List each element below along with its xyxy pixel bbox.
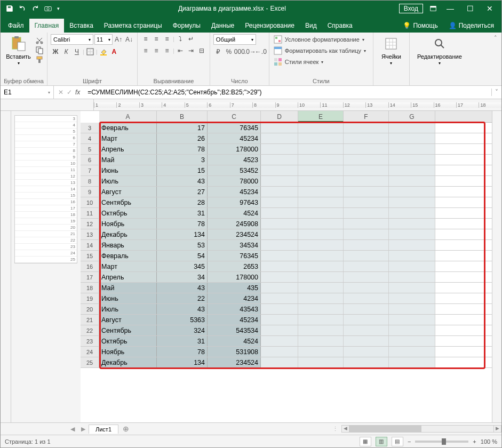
bold-button[interactable]: Ж — [51, 47, 60, 57]
cell[interactable] — [389, 347, 435, 357]
cell[interactable]: Апрель — [99, 272, 157, 282]
cell[interactable]: 4524 — [208, 208, 261, 218]
cell[interactable] — [298, 208, 344, 218]
cells-button[interactable]: Ячейки▾ — [377, 34, 406, 66]
cell[interactable] — [344, 304, 389, 314]
cell[interactable]: Сентябрь — [99, 325, 157, 335]
cell[interactable]: Июль — [99, 304, 157, 314]
fill-color-icon[interactable] — [99, 47, 108, 57]
cell[interactable]: 4234 — [208, 293, 261, 303]
merge-cells-icon[interactable]: ⊟ — [197, 46, 206, 55]
cell[interactable] — [298, 357, 344, 367]
cell[interactable]: 76345 — [208, 251, 261, 261]
cell[interactable] — [344, 165, 389, 175]
increase-decimal-icon[interactable]: .0→ — [245, 47, 255, 57]
cell[interactable]: Март — [99, 261, 157, 271]
cell[interactable] — [389, 357, 435, 367]
cell[interactable]: 78 — [157, 347, 208, 357]
tab-file[interactable]: Файл — [3, 19, 29, 33]
cell[interactable] — [298, 304, 344, 314]
col-header-B[interactable]: B — [157, 111, 208, 122]
cell[interactable]: 78 — [157, 144, 208, 154]
tab-review[interactable]: Рецензирование — [240, 19, 300, 33]
cell[interactable]: 28 — [157, 197, 208, 207]
cell[interactable]: Октябрь — [99, 208, 157, 218]
cell[interactable]: 3 — [157, 155, 208, 165]
row-header[interactable]: 21 — [81, 315, 99, 325]
wrap-text-icon[interactable]: ↵ — [186, 34, 196, 44]
cell[interactable] — [298, 144, 344, 154]
cell[interactable]: 45234 — [208, 315, 261, 325]
cell[interactable]: Декабрь — [99, 357, 157, 367]
cell[interactable]: Февраль — [99, 123, 157, 133]
orientation-icon[interactable]: ⤵ — [176, 34, 185, 44]
qat-customize-icon[interactable]: ▾ — [57, 6, 60, 11]
cell[interactable] — [298, 261, 344, 271]
share-button[interactable]: 👤Поделиться — [443, 19, 499, 33]
enter-formula-icon[interactable]: ✓ — [67, 89, 72, 96]
sheet-nav-next-icon[interactable]: ▶ — [78, 426, 89, 433]
row-header[interactable]: 24 — [81, 347, 99, 357]
cell[interactable] — [344, 283, 389, 293]
cell[interactable]: Ноябрь — [99, 219, 157, 229]
cell[interactable] — [344, 133, 389, 143]
cell[interactable] — [389, 240, 435, 250]
zoom-in-icon[interactable]: + — [473, 438, 476, 445]
cell[interactable] — [298, 272, 344, 282]
editing-button[interactable]: Редактирование▾ — [413, 34, 466, 66]
cell[interactable]: 4523 — [208, 155, 261, 165]
row-header[interactable]: 17 — [81, 272, 99, 282]
cell[interactable] — [389, 197, 435, 207]
ribbon-display-icon[interactable] — [429, 5, 437, 12]
tellme-button[interactable]: 💡Помощь — [397, 19, 443, 33]
cell[interactable] — [298, 315, 344, 325]
cell[interactable]: 134 — [157, 229, 208, 239]
tab-help[interactable]: Справка — [322, 19, 358, 33]
cell[interactable] — [298, 155, 344, 165]
cell[interactable] — [389, 325, 435, 335]
cell[interactable] — [261, 219, 298, 229]
collapse-ribbon-icon[interactable]: ˄ — [490, 33, 501, 85]
row-header[interactable]: 9 — [81, 187, 99, 197]
scroll-left-icon[interactable]: ◀ — [342, 426, 349, 432]
cell[interactable]: 245908 — [208, 219, 261, 229]
cell[interactable] — [344, 123, 389, 133]
cell[interactable] — [261, 187, 298, 197]
italic-button[interactable]: К — [61, 47, 71, 57]
cell[interactable] — [261, 283, 298, 293]
format-painter-icon[interactable] — [35, 55, 44, 64]
cell[interactable]: Январь — [99, 240, 157, 250]
cell[interactable] — [389, 336, 435, 346]
undo-icon[interactable] — [19, 5, 26, 12]
cell[interactable] — [261, 176, 298, 186]
maximize-icon[interactable]: ☐ — [464, 4, 477, 13]
row-header[interactable]: 16 — [81, 261, 99, 271]
cell[interactable]: 43 — [157, 304, 208, 314]
row-header[interactable]: 5 — [81, 144, 99, 154]
cell[interactable] — [389, 315, 435, 325]
cell[interactable] — [344, 347, 389, 357]
cell[interactable] — [261, 229, 298, 239]
cell[interactable] — [344, 144, 389, 154]
row-header[interactable]: 19 — [81, 293, 99, 303]
align-bottom-icon[interactable]: ≡ — [162, 34, 172, 44]
cell[interactable]: Июль — [99, 176, 157, 186]
tab-view[interactable]: Вид — [300, 19, 322, 33]
cell[interactable] — [344, 251, 389, 261]
cell[interactable]: Март — [99, 133, 157, 143]
worksheet[interactable]: ABCDEFG 3Февраль17763454Март26452345Апре… — [81, 111, 492, 422]
cell[interactable] — [389, 187, 435, 197]
cell[interactable] — [344, 325, 389, 335]
cell[interactable] — [389, 272, 435, 282]
cell[interactable] — [261, 240, 298, 250]
cell[interactable] — [261, 336, 298, 346]
font-name-select[interactable]: Calibri▾ — [51, 34, 93, 45]
cell[interactable] — [344, 293, 389, 303]
sheet-tab[interactable]: Лист1 — [89, 425, 118, 434]
row-header[interactable]: 11 — [81, 208, 99, 218]
cell[interactable]: 78000 — [208, 176, 261, 186]
view-page-layout-icon[interactable]: ▥ — [376, 437, 387, 446]
underline-button[interactable]: Ч — [72, 47, 82, 57]
cell[interactable]: 134 — [157, 357, 208, 367]
cell[interactable] — [261, 133, 298, 143]
